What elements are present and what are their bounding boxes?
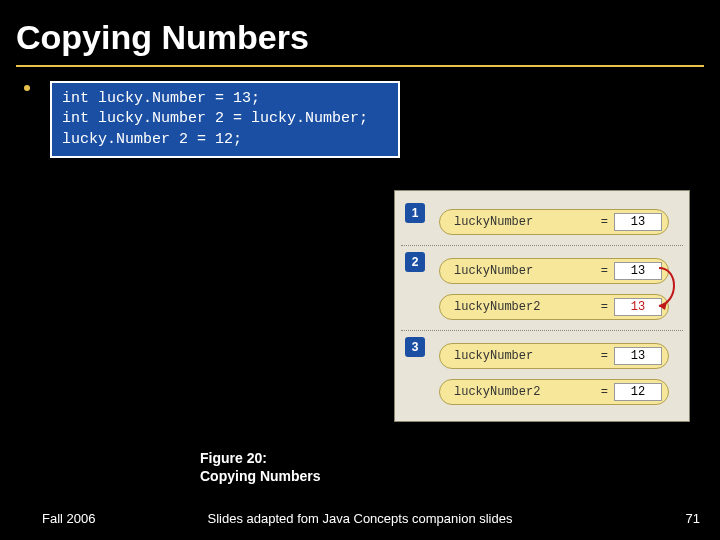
var-pill: luckyNumber2 = 12	[439, 379, 669, 405]
diagram-step-2: 2 luckyNumber = 13 luckyNumber2 = 13	[401, 246, 683, 331]
footer-page-number: 71	[686, 511, 700, 526]
equals-sign: =	[601, 385, 608, 399]
var-value: 13	[614, 298, 662, 316]
var-value: 13	[614, 213, 662, 231]
code-line-3: lucky.Number 2 = 12;	[62, 131, 242, 148]
step-badge-2: 2	[405, 252, 425, 272]
equals-sign: =	[601, 349, 608, 363]
equals-sign: =	[601, 300, 608, 314]
code-line-2: int lucky.Number 2 = lucky.Number;	[62, 110, 368, 127]
figure-caption: Figure 20: Copying Numbers	[200, 450, 321, 485]
slide-footer: Fall 2006 Slides adapted fom Java Concep…	[0, 511, 720, 526]
figure-diagram: 1 luckyNumber = 13 2 luckyNumber = 13 lu…	[394, 190, 690, 422]
var-pill: luckyNumber = 13	[439, 258, 669, 284]
var-pill: luckyNumber2 = 13	[439, 294, 669, 320]
var-value: 13	[614, 262, 662, 280]
footer-mid: Slides adapted fom Java Concepts compani…	[208, 511, 513, 526]
caption-line-1: Figure 20:	[200, 450, 321, 468]
var-label: luckyNumber	[454, 349, 595, 363]
var-label: luckyNumber2	[454, 300, 595, 314]
slide-content: int lucky.Number = 13; int lucky.Number …	[0, 81, 720, 158]
var-pill: luckyNumber = 13	[439, 209, 669, 235]
code-block: int lucky.Number = 13; int lucky.Number …	[50, 81, 400, 158]
diagram-step-3: 3 luckyNumber = 13 luckyNumber2 = 12	[401, 331, 683, 415]
var-pill: luckyNumber = 13	[439, 343, 669, 369]
bullet-icon	[24, 85, 30, 91]
step-badge-3: 3	[405, 337, 425, 357]
var-label: luckyNumber2	[454, 385, 595, 399]
var-value: 13	[614, 347, 662, 365]
slide-title: Copying Numbers	[0, 0, 720, 65]
diagram-step-1: 1 luckyNumber = 13	[401, 197, 683, 246]
step-badge-1: 1	[405, 203, 425, 223]
footer-left: Fall 2006	[42, 511, 95, 526]
var-value: 12	[614, 383, 662, 401]
equals-sign: =	[601, 215, 608, 229]
caption-line-2: Copying Numbers	[200, 468, 321, 486]
title-divider	[16, 65, 704, 67]
var-label: luckyNumber	[454, 215, 595, 229]
var-label: luckyNumber	[454, 264, 595, 278]
equals-sign: =	[601, 264, 608, 278]
code-line-1: int lucky.Number = 13;	[62, 90, 260, 107]
